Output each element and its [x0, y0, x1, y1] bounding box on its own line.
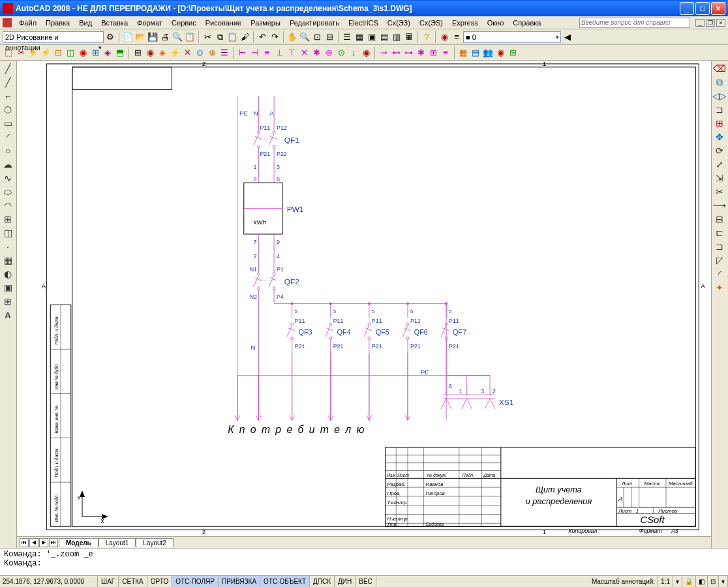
spline-icon[interactable]: ∿ [1, 172, 14, 185]
ellipse-icon[interactable]: ⬭ [1, 185, 14, 198]
gradient-icon[interactable]: ◐ [1, 267, 14, 280]
explode-icon[interactable]: ✦ [713, 281, 726, 294]
wire-3-icon[interactable]: ≡ [261, 47, 273, 59]
scale-icon[interactable]: ⤢ [713, 158, 726, 171]
new-icon[interactable]: 📄 [122, 31, 134, 43]
report-4-icon[interactable]: ◉ [494, 47, 506, 59]
xline-icon[interactable]: ╱ [1, 76, 14, 89]
insert-block-icon[interactable]: ⊞ [1, 213, 14, 226]
wire-7-icon[interactable]: ✱ [311, 47, 322, 59]
layer-state-icon[interactable]: ◉ [438, 31, 450, 43]
status-icon-3[interactable]: ◧ [696, 576, 708, 587]
status-toggle-шаг[interactable]: ШАГ [98, 576, 119, 587]
status-toggle-отс-объект[interactable]: ОТС-ОБЪЕКТ [260, 576, 310, 587]
status-toggle-привязка[interactable]: ПРИВЯЗКА [219, 576, 260, 587]
menu-file[interactable]: Файл [15, 18, 40, 28]
break-icon[interactable]: ⊏ [713, 226, 726, 239]
array-icon[interactable]: ⊞ [713, 117, 726, 130]
grid-5-icon[interactable]: ✕ [181, 47, 193, 59]
fillet-icon[interactable]: ◜ [713, 267, 726, 280]
tab-next-icon[interactable]: ▶ [39, 538, 48, 547]
line-icon[interactable]: ╱ [1, 62, 14, 75]
layer-select[interactable]: ■ 0 [463, 31, 561, 43]
tab-layout2[interactable]: Layout2 [136, 538, 174, 547]
zoom-icon[interactable]: 🔍 [299, 31, 311, 43]
region-icon[interactable]: ▣ [1, 281, 14, 294]
menu-modify[interactable]: Редактировать [286, 18, 343, 28]
status-toggle-дпск[interactable]: ДПСК [310, 576, 335, 587]
status-icon-4[interactable]: ⊡ [708, 576, 719, 587]
close-button[interactable]: × [711, 2, 725, 15]
minimize-button[interactable]: _ [680, 2, 694, 15]
ec-4-icon[interactable]: ⚡ [40, 47, 52, 59]
menu-cx1[interactable]: Cx(ЭЗ) [384, 18, 414, 28]
match-prop-icon[interactable]: 🖌 [239, 31, 250, 43]
mark-1-icon[interactable]: ⊸ [378, 47, 389, 59]
wire-6-icon[interactable]: ✕ [298, 47, 310, 59]
wire-8-icon[interactable]: ⊕ [323, 47, 335, 59]
mark-6-icon[interactable]: ≡ [440, 47, 451, 59]
grid-8-icon[interactable]: ☰ [219, 47, 230, 59]
grid-4-icon[interactable]: ⚡ [169, 47, 181, 59]
status-toggle-отс-поляр[interactable]: ОТС-ПОЛЯР [172, 576, 219, 587]
grid-6-icon[interactable]: ⊙ [194, 47, 205, 59]
break-point-icon[interactable]: ⊟ [713, 213, 726, 226]
tab-prev-icon[interactable]: ◀ [29, 538, 38, 547]
mark-4-icon[interactable]: ✱ [415, 47, 427, 59]
properties-icon[interactable]: ☰ [341, 31, 353, 43]
offset-icon[interactable]: ⊐ [713, 103, 726, 116]
grid-3-icon[interactable]: ◈ [157, 47, 168, 59]
menu-window[interactable]: Окно [483, 18, 508, 28]
status-icon-5[interactable]: ▾ [719, 576, 728, 587]
ec-10-icon[interactable]: ⬒ [114, 47, 126, 59]
command-line[interactable]: Команда: '_.zoom _e Команда: [0, 548, 728, 575]
report-2-icon[interactable]: ▤ [470, 47, 481, 59]
menu-express[interactable]: Express [448, 18, 482, 28]
help-icon[interactable]: ? [421, 31, 432, 43]
extend-icon[interactable]: ⟶ [713, 199, 726, 212]
workspace-select[interactable]: 2D Рисование и аннотации [3, 31, 104, 43]
status-toggle-дин[interactable]: ДИН [335, 576, 356, 587]
report-3-icon[interactable]: 👥 [482, 47, 494, 59]
help-search-input[interactable] [579, 18, 690, 28]
doc-close-button[interactable]: × [716, 19, 725, 27]
point-icon[interactable]: · [1, 240, 14, 253]
rotate-icon[interactable]: ⟳ [713, 144, 726, 157]
mark-3-icon[interactable]: ⊶ [402, 47, 414, 59]
maximize-button[interactable]: □ [695, 2, 710, 15]
pan-icon[interactable]: ✋ [286, 31, 298, 43]
trim-icon[interactable]: ✂ [713, 185, 726, 198]
anno-scale-value[interactable]: 1:1 [658, 576, 673, 587]
wire-11-icon[interactable]: ◉ [360, 47, 372, 59]
plot-preview-icon[interactable]: 🔍 [172, 31, 183, 43]
hatch-icon[interactable]: ▦ [1, 254, 14, 267]
menu-draw[interactable]: Рисование [202, 18, 245, 28]
menu-cx2[interactable]: Cx(ЭS) [416, 18, 447, 28]
join-icon[interactable]: ⊐ [713, 240, 726, 253]
markup-icon[interactable]: ▥ [391, 31, 402, 43]
revcloud-icon[interactable]: ☁ [1, 158, 14, 171]
cut-icon[interactable]: ✂ [202, 31, 213, 43]
make-block-icon[interactable]: ◫ [1, 226, 14, 239]
doc-minimize-button[interactable]: _ [695, 19, 705, 27]
menu-help[interactable]: Справка [509, 18, 545, 28]
wire-10-icon[interactable]: ↓ [348, 47, 359, 59]
paste-icon[interactable]: 📋 [226, 31, 238, 43]
layer-prev-icon[interactable]: ◀ [562, 31, 573, 43]
mtext-icon[interactable]: A [1, 309, 14, 322]
sheet-set-icon[interactable]: ▤ [378, 31, 390, 43]
status-icon-1[interactable]: ▾ [673, 576, 682, 587]
arc-icon[interactable]: ◜ [1, 130, 14, 143]
drawing-canvas[interactable]: 2 1 A A 2 1 Подп. и дата Инв.№ дубл. Вза… [17, 61, 711, 536]
save-icon[interactable]: 💾 [147, 31, 159, 43]
ellipse-arc-icon[interactable]: ◠ [1, 199, 14, 212]
command-prompt[interactable]: Команда: [4, 559, 724, 568]
mark-2-icon[interactable]: ⊷ [390, 47, 402, 59]
menu-dimension[interactable]: Размеры [247, 18, 284, 28]
chamfer-icon[interactable]: ◸ [713, 254, 726, 267]
wire-4-icon[interactable]: ⊥ [273, 47, 285, 59]
redo-icon[interactable]: ↷ [269, 31, 281, 43]
calc-icon[interactable]: 🖩 [403, 31, 415, 43]
tab-first-icon[interactable]: ⏮ [20, 538, 29, 547]
menu-insert[interactable]: Вставка [97, 18, 132, 28]
